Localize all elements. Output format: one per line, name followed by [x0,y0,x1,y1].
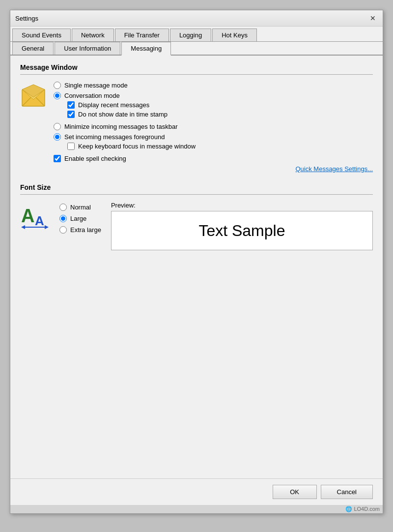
quick-messages-link[interactable]: Quick Messages Settings... [295,165,373,173]
radio-single-message-input[interactable] [54,82,61,89]
checkbox-no-date-stamp[interactable]: Do not show date in time stamp [67,111,373,118]
tab-file-transfer[interactable]: File Transfer [115,29,169,41]
message-window-content: Single message mode Conversation mode [20,82,373,175]
title-bar: Settings ✕ [10,10,383,27]
envelope-icon [20,82,47,112]
svg-text:A: A [21,206,34,226]
checkbox-keyboard-focus[interactable]: Keep keyboard focus in message window [67,143,373,150]
tabs-row-1: Sound Events Network File Transfer Loggi… [10,27,383,42]
message-window-title: Message Window [20,63,373,71]
radio-set-foreground-input[interactable] [54,133,61,141]
watermark: 🌐 LO4D.com [10,505,383,513]
checkbox-keyboard-focus-label: Keep keyboard focus in message window [78,143,196,150]
radio-conversation-mode-input[interactable] [54,92,61,99]
cancel-button[interactable]: Cancel [321,485,373,499]
radio-extra-large-font-input[interactable] [59,226,67,234]
radio-large-font-label: Large [70,215,86,222]
radio-large-font-input[interactable] [59,215,67,222]
checkbox-keyboard-focus-input[interactable] [67,143,75,150]
preview-text: Text Sample [198,222,285,240]
window-title: Settings [15,15,38,22]
radio-extra-large-font[interactable]: Extra large [59,226,101,234]
divider-font [20,194,373,195]
radio-set-foreground-label: Set incoming messages foreground [64,133,165,141]
tab-logging[interactable]: Logging [170,29,211,41]
preview-label: Preview: [111,202,373,209]
radio-set-foreground[interactable]: Set incoming messages foreground [54,133,373,141]
font-preview-area: Preview: Text Sample [111,202,373,250]
font-size-options: Normal Large Extra large [59,204,101,234]
font-size-icon: A A [20,202,50,233]
svg-marker-9 [45,225,49,229]
tab-network[interactable]: Network [72,29,114,41]
radio-conversation-mode-label: Conversation mode [64,92,120,99]
preview-box: Text Sample [111,211,373,250]
checkbox-spell-check-input[interactable] [54,155,61,162]
radio-minimize-incoming-input[interactable] [54,123,61,130]
font-size-title: Font Size [20,183,373,191]
checkbox-spell-check-label: Enable spell checking [64,155,126,162]
checkbox-spell-check[interactable]: Enable spell checking [54,155,373,162]
checkbox-display-recent-input[interactable] [67,101,75,109]
settings-window: Settings ✕ Sound Events Network File Tra… [10,10,383,514]
radio-conversation-mode[interactable]: Conversation mode [54,92,373,99]
radio-normal-font-input[interactable] [59,204,67,211]
radio-single-message[interactable]: Single message mode [54,82,373,89]
svg-text:A: A [35,213,44,228]
tabs-row-2: General User Information Messaging [10,42,383,56]
tab-hot-keys[interactable]: Hot Keys [212,29,257,41]
radio-single-message-label: Single message mode [64,82,128,89]
footer-buttons: OK Cancel [10,478,383,505]
font-size-section: Font Size A A [20,183,373,250]
checkbox-display-recent-label: Display recent messages [78,101,149,109]
radio-extra-large-font-label: Extra large [70,226,101,234]
font-size-content: A A Normal [20,202,373,250]
tab-sound-events[interactable]: Sound Events [12,29,71,41]
content-area: Message Window [10,56,383,478]
close-button[interactable]: ✕ [368,13,378,23]
radio-large-font[interactable]: Large [59,215,101,222]
radio-normal-font[interactable]: Normal [59,204,101,211]
divider-message [20,74,373,75]
radio-minimize-incoming[interactable]: Minimize incoming messages to taskbar [54,123,373,130]
message-window-section: Message Window [20,63,373,175]
message-options: Single message mode Conversation mode [54,82,373,175]
checkbox-display-recent[interactable]: Display recent messages [67,101,373,109]
tab-general[interactable]: General [12,42,54,55]
quick-messages-link-row: Quick Messages Settings... [54,165,373,173]
radio-minimize-incoming-label: Minimize incoming messages to taskbar [64,123,177,130]
ok-button[interactable]: OK [273,485,317,499]
checkbox-no-date-stamp-label: Do not show date in time stamp [78,111,168,118]
tab-messaging[interactable]: Messaging [121,42,171,56]
tab-user-information[interactable]: User Information [55,42,120,55]
checkbox-no-date-stamp-input[interactable] [67,111,75,118]
radio-normal-font-label: Normal [70,204,91,211]
